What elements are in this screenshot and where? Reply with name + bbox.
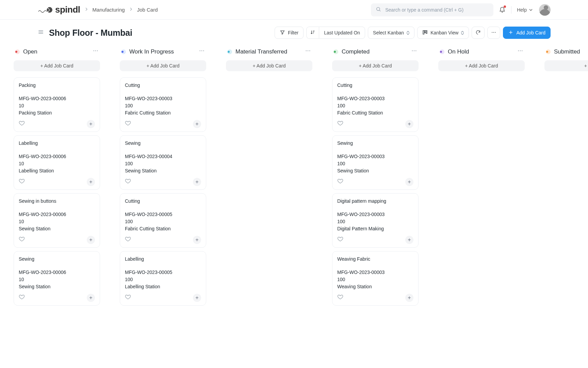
svg-point-20 [200,50,200,51]
svg-point-24 [308,50,308,51]
card-work-order: MFG-WO-2023-00005 [125,211,201,218]
chevron-down-icon [528,7,534,13]
card-operation: Labelling [19,140,95,147]
sort-field-select[interactable]: Last Updated On [319,27,365,39]
svg-point-17 [94,50,94,51]
plus-icon [508,30,513,36]
brand[interactable]: spindl [37,4,80,15]
job-card[interactable]: Digital pattern mappingMFG-WO-2023-00003… [332,193,419,248]
refresh-button[interactable] [472,27,485,39]
notification-dot-icon [504,5,506,8]
job-card[interactable]: PackingMFG-WO-2023-0000610Packing Statio… [14,77,100,132]
job-card[interactable]: LabellingMFG-WO-2023-00005100Labelling S… [120,251,206,306]
add-job-card-button[interactable]: Add Job Card [503,27,551,39]
like-button[interactable] [19,236,25,244]
avatar[interactable] [539,4,551,16]
card-station: Packing Station [19,109,95,117]
add-card-button[interactable]: + A [544,60,588,71]
assign-button[interactable]: + [193,294,201,302]
assign-button[interactable]: + [193,120,201,128]
svg-point-18 [95,50,96,51]
column-header: Work In Progress [120,48,206,56]
like-button[interactable] [337,120,343,128]
add-card-button[interactable]: + Add Job Card [332,60,419,71]
add-card-button[interactable]: + Add Job Card [120,60,206,71]
status-dot-icon [546,49,551,54]
card-quantity: 100 [337,160,413,167]
job-card[interactable]: CuttingMFG-WO-2023-00005100Fabric Cuttin… [120,193,206,248]
like-button[interactable] [125,120,131,128]
sidebar-toggle-icon[interactable] [37,29,44,37]
job-card[interactable]: CuttingMFG-WO-2023-00003100Fabric Cuttin… [332,77,419,132]
like-button[interactable] [125,178,131,186]
assign-button[interactable]: + [87,236,95,244]
global-search[interactable] [371,3,493,16]
add-card-button[interactable]: + Add Job Card [226,60,312,71]
column-title: On Hold [448,48,469,55]
navbar: spindl Manufacturing Job Card Help [0,0,588,20]
assign-button[interactable]: + [193,236,201,244]
like-button[interactable] [337,294,343,302]
like-button[interactable] [125,294,131,302]
card-work-order: MFG-WO-2023-00006 [19,211,95,218]
card-quantity: 100 [125,218,201,225]
card-work-order: MFG-WO-2023-00003 [337,153,413,160]
column-menu-button[interactable] [305,48,311,56]
assign-button[interactable]: + [405,120,413,128]
column-menu-button[interactable] [411,48,417,56]
sort-button[interactable] [306,27,319,39]
kanban-column: Material Transferred+ Add Job Card [226,48,312,306]
kanban-column: Submitted+ A [544,48,588,306]
job-card[interactable]: CuttingMFG-WO-2023-00003100Fabric Cuttin… [120,77,206,132]
job-card[interactable]: Sewing in buttonsMFG-WO-2023-0000610Sewi… [14,193,100,248]
filter-button[interactable]: Filter [275,27,304,39]
assign-button[interactable]: + [87,178,95,186]
like-button[interactable] [337,178,343,186]
notifications-button[interactable] [499,6,506,14]
kanban-column: Work In Progress+ Add Job CardCuttingMFG… [120,48,206,306]
more-menu-button[interactable] [487,27,500,39]
card-quantity: 100 [337,276,413,283]
card-operation: Sewing [19,256,95,263]
like-button[interactable] [19,178,25,186]
job-card[interactable]: Weaving FabricMFG-WO-2023-00003100Weavin… [332,251,419,306]
svg-rect-11 [426,30,427,33]
svg-point-31 [522,50,522,51]
job-card[interactable]: SewingMFG-WO-2023-00003100Sewing Station… [332,135,419,190]
assign-button[interactable]: + [87,120,95,128]
view-mode-select[interactable]: Kanban View [417,27,469,39]
like-button[interactable] [19,120,25,128]
like-button[interactable] [337,236,343,244]
assign-button[interactable]: + [193,178,201,186]
status-dot-icon [440,49,444,54]
job-card[interactable]: LabellingMFG-WO-2023-0000610Labelling St… [14,135,100,190]
assign-button[interactable]: + [405,236,413,244]
assign-button[interactable]: + [87,294,95,302]
job-card[interactable]: SewingMFG-WO-2023-0000610Sewing Station+ [14,251,100,306]
card-station: Sewing Station [19,225,95,232]
select-caret-icon [461,31,464,35]
column-menu-button[interactable] [93,48,99,56]
card-station: Labelling Station [125,283,201,290]
column-menu-button[interactable] [199,48,205,56]
breadcrumb-item[interactable]: Manufacturing [93,7,125,13]
kanban-select-label: Select Kanban [373,30,404,35]
card-work-order: MFG-WO-2023-00006 [19,153,95,160]
card-quantity: 10 [19,160,95,167]
add-card-button[interactable]: + Add Job Card [438,60,525,71]
assign-button[interactable]: + [405,294,413,302]
assign-button[interactable]: + [405,178,413,186]
like-button[interactable] [19,294,25,302]
search-input[interactable] [385,7,489,13]
status-dot-icon [333,49,338,54]
status-dot-icon [227,49,232,54]
svg-point-25 [309,50,310,51]
help-menu[interactable]: Help [517,7,534,13]
kanban-select[interactable]: Select Kanban [368,27,414,39]
column-menu-button[interactable] [517,48,523,56]
like-button[interactable] [125,236,131,244]
breadcrumb-item[interactable]: Job Card [137,7,158,13]
add-card-button[interactable]: + Add Job Card [14,60,100,71]
card-station: Weaving Station [337,283,413,290]
job-card[interactable]: SewingMFG-WO-2023-00004100Sewing Station… [120,135,206,190]
